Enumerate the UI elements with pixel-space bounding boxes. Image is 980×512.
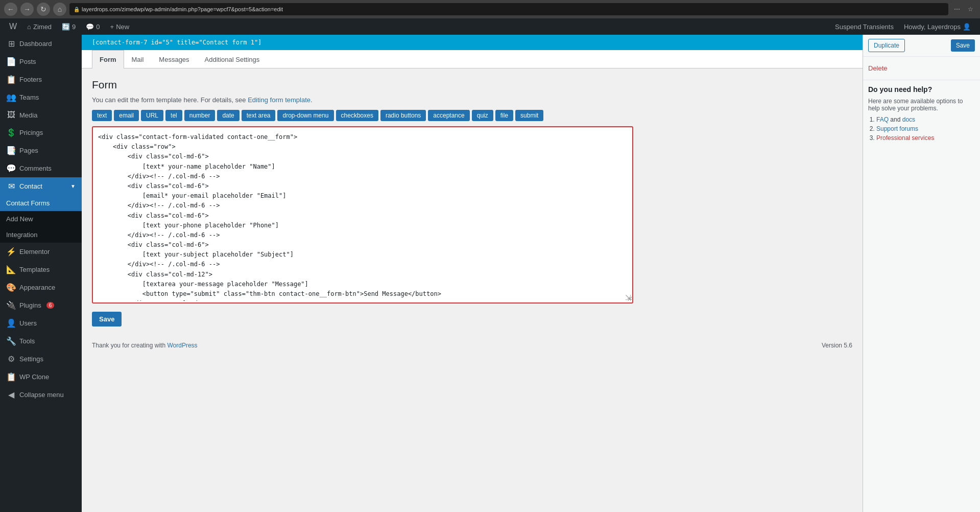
help-title: Do you need help? xyxy=(868,85,975,94)
elementor-icon: ⚡ xyxy=(6,247,16,257)
howdy-item[interactable]: Howdy, Layerdrops 👤 xyxy=(899,18,976,35)
sidebar-item-contact[interactable]: ✉ Contact ▼ xyxy=(0,177,82,195)
back-button[interactable]: ← xyxy=(4,3,17,16)
faq-link[interactable]: FAQ xyxy=(876,116,889,123)
resize-handle[interactable]: ⇲ xyxy=(625,293,631,301)
bottom-save-area: Save xyxy=(92,312,633,327)
refresh-button[interactable]: ↻ xyxy=(37,3,50,16)
new-content-item[interactable]: + New xyxy=(105,18,135,35)
wp-logo-item[interactable]: W xyxy=(4,18,22,35)
tag-btn-file[interactable]: file xyxy=(495,110,513,121)
sidebar-item-appearance[interactable]: 🎨 Appearance xyxy=(0,278,82,296)
form-description: You can edit the form template here. For… xyxy=(92,96,633,104)
docs-link[interactable]: docs xyxy=(902,116,915,123)
sidebar-item-label: Media xyxy=(19,111,37,119)
site-name-item[interactable]: ⌂ Zimed xyxy=(22,18,57,35)
tab-messages[interactable]: Messages xyxy=(151,50,197,68)
footers-icon: 📋 xyxy=(6,75,16,84)
updates-item[interactable]: 🔄 9 xyxy=(57,18,81,35)
site-name: Zimed xyxy=(33,23,52,31)
bottom-save-button[interactable]: Save xyxy=(92,312,122,327)
professional-services-link[interactable]: Professional services xyxy=(876,134,934,142)
browser-actions: ⋯ ☆ xyxy=(951,4,976,15)
sidebar-item-label: Posts xyxy=(19,58,36,65)
sidebar-item-pages[interactable]: 📑 Pages xyxy=(0,142,82,159)
tag-btn-text[interactable]: text xyxy=(92,110,112,121)
updates-icon: 🔄 xyxy=(62,23,70,31)
sidebar-item-label: Footers xyxy=(19,76,42,83)
appearance-icon: 🎨 xyxy=(6,283,16,292)
contact-submenu: Contact Forms Add New Integration xyxy=(0,195,82,243)
editing-form-template-link[interactable]: Editing form template xyxy=(248,96,310,104)
sidebar-item-pricings[interactable]: 💲 Pricings xyxy=(0,124,82,142)
sidebar-item-plugins[interactable]: 🔌 Plugins 6 xyxy=(0,296,82,314)
teams-icon: 👥 xyxy=(6,92,16,102)
wp-logo-icon: W xyxy=(9,22,17,31)
sidebar-item-comments[interactable]: 💬 Comments xyxy=(0,159,82,177)
tab-bar: Form Mail Messages Additional Settings xyxy=(82,50,863,68)
tag-btn-quiz[interactable]: quiz xyxy=(472,110,493,121)
url-bar[interactable]: 🔒 layerdrops.com/zimedwp/wp-admin/admin.… xyxy=(69,3,948,15)
bookmark-button[interactable]: ☆ xyxy=(965,4,976,15)
sidebar-item-settings[interactable]: ⚙ Settings xyxy=(0,350,82,368)
tag-btn-email[interactable]: email xyxy=(114,110,139,121)
sidebar-item-collapse[interactable]: ◀ Collapse menu xyxy=(0,386,82,404)
tag-buttons-container: text email URL tel number date text area… xyxy=(92,110,633,121)
comments-item[interactable]: 💬 0 xyxy=(81,18,105,35)
tab-additional-settings[interactable]: Additional Settings xyxy=(197,50,268,68)
rs-save-button[interactable]: Save xyxy=(951,39,975,52)
form-desc-suffix: . xyxy=(310,96,313,104)
help-item-forums: Support forums xyxy=(876,125,975,132)
support-forums-link[interactable]: Support forums xyxy=(876,125,918,132)
help-item-pro: Professional services xyxy=(876,134,975,142)
suspend-transients-label: Suspend Transients xyxy=(835,23,894,31)
suspend-transients-item[interactable]: Suspend Transients xyxy=(830,18,899,35)
forward-button[interactable]: → xyxy=(20,3,34,16)
sidebar-item-integration[interactable]: Integration xyxy=(0,227,82,243)
tag-btn-number[interactable]: number xyxy=(184,110,216,121)
sidebar-item-footers[interactable]: 📋 Footers xyxy=(0,71,82,88)
tag-btn-checkboxes[interactable]: checkboxes xyxy=(336,110,378,121)
form-section: Form You can edit the form template here… xyxy=(82,68,643,337)
wp-sidebar: ⊞ Dashboard 📄 Posts 📋 Footers 👥 Teams 🖼 … xyxy=(0,35,82,512)
extensions-button[interactable]: ⋯ xyxy=(951,4,963,15)
tag-btn-textarea[interactable]: text area xyxy=(242,110,276,121)
form-desc-text: You can edit the form template here. For… xyxy=(92,96,246,104)
sidebar-item-teams[interactable]: 👥 Teams xyxy=(0,88,82,106)
delete-button[interactable]: Delete xyxy=(868,61,888,76)
tag-btn-radio-buttons[interactable]: radio buttons xyxy=(380,110,426,121)
sidebar-item-label: Comments xyxy=(19,165,52,172)
tab-form[interactable]: Form xyxy=(92,50,124,68)
tag-btn-dropdown[interactable]: drop-down menu xyxy=(277,110,333,121)
sidebar-item-wp-clone[interactable]: 📋 WP Clone xyxy=(0,368,82,386)
wp-footer: Thank you for creating with WordPress Ve… xyxy=(82,337,863,354)
tag-btn-url[interactable]: URL xyxy=(141,110,163,121)
duplicate-button[interactable]: Duplicate xyxy=(868,39,905,52)
tag-btn-tel[interactable]: tel xyxy=(165,110,182,121)
tag-btn-acceptance[interactable]: acceptance xyxy=(428,110,469,121)
sidebar-item-label: Teams xyxy=(19,94,39,101)
sidebar-item-label: Collapse menu xyxy=(19,391,64,399)
tools-icon: 🔧 xyxy=(6,336,16,346)
sidebar-item-elementor[interactable]: ⚡ Elementor xyxy=(0,243,82,261)
wordpress-link[interactable]: WordPress xyxy=(167,342,197,349)
sidebar-item-label: Pricings xyxy=(19,129,43,136)
sidebar-item-templates[interactable]: 📐 Templates xyxy=(0,261,82,278)
dashboard-icon: ⊞ xyxy=(6,39,16,49)
sidebar-item-label: WP Clone xyxy=(19,373,49,381)
sidebar-item-posts[interactable]: 📄 Posts xyxy=(0,53,82,71)
code-editor[interactable]: <div class="contact-form-validated conta… xyxy=(93,127,632,301)
tag-btn-date[interactable]: date xyxy=(217,110,239,121)
tag-btn-submit[interactable]: submit xyxy=(515,110,543,121)
sidebar-item-dashboard[interactable]: ⊞ Dashboard xyxy=(0,35,82,53)
sidebar-item-contact-forms[interactable]: Contact Forms xyxy=(0,195,82,211)
sidebar-item-tools[interactable]: 🔧 Tools xyxy=(0,332,82,350)
sidebar-item-media[interactable]: 🖼 Media xyxy=(0,106,82,124)
sidebar-item-add-new[interactable]: Add New xyxy=(0,211,82,227)
sidebar-item-users[interactable]: 👤 Users xyxy=(0,314,82,332)
tab-mail[interactable]: Mail xyxy=(124,50,152,68)
sidebar-item-label: Templates xyxy=(19,266,50,273)
help-list: FAQ and docs Support forums Professional… xyxy=(868,116,975,142)
pricings-icon: 💲 xyxy=(6,128,16,137)
home-button[interactable]: ⌂ xyxy=(53,3,66,16)
